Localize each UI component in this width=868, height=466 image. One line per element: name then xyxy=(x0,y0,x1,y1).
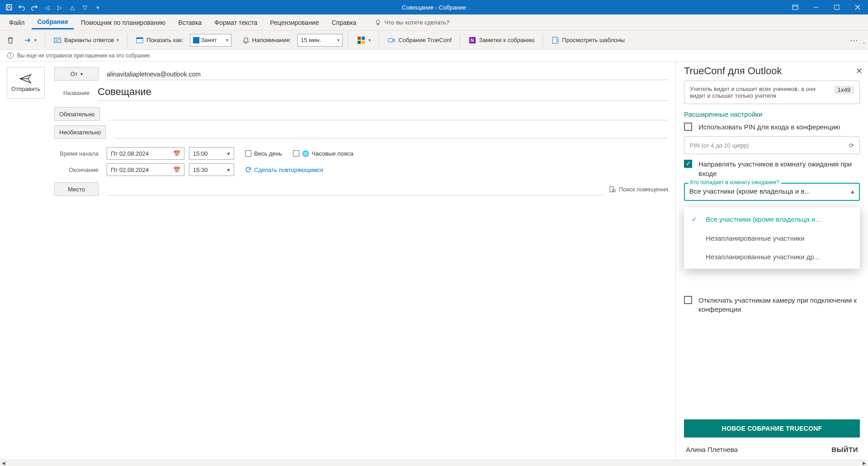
svg-rect-13 xyxy=(137,38,143,39)
advanced-settings-title: Расширенные настройки xyxy=(684,110,860,118)
panel-close-icon[interactable]: ✕ xyxy=(856,66,863,76)
from-field[interactable]: alinavitaliapletneva@outlook.com xyxy=(107,68,668,80)
required-field[interactable] xyxy=(108,108,668,120)
arrow-down-icon[interactable]: ▽ xyxy=(80,2,90,13)
tab-help[interactable]: Справка xyxy=(326,16,362,29)
send-label: Отправить xyxy=(11,86,40,92)
dropdown-option[interactable]: Незапланированные участники xyxy=(684,229,860,247)
from-button[interactable]: От ▾ xyxy=(54,67,99,81)
dropdown-option[interactable]: ✓ Все участники (кроме владельца и... xyxy=(684,210,860,229)
onenote-icon: N xyxy=(468,36,476,44)
calendar-icon: 📅 xyxy=(173,150,180,157)
info-icon: i xyxy=(7,52,14,59)
bulb-icon xyxy=(374,19,382,26)
scroll-left-icon[interactable]: ◀ xyxy=(0,460,7,466)
svg-rect-17 xyxy=(362,41,365,44)
meeting-notes-button[interactable]: N Заметки к собранию xyxy=(466,34,538,46)
horizontal-scrollbar[interactable]: ◀ ▶ xyxy=(0,460,868,466)
trueconf-panel: TrueConf для Outlook ✕ Учитель видит и с… xyxy=(675,62,868,460)
delete-button[interactable] xyxy=(4,34,17,46)
svg-point-9 xyxy=(376,20,380,24)
show-as-combo[interactable]: Занят ▾ xyxy=(190,34,231,47)
svg-rect-2 xyxy=(7,8,11,10)
end-date-picker[interactable]: Пт 02.08.2024📅 xyxy=(107,163,184,176)
svg-rect-10 xyxy=(377,24,379,25)
start-date-picker[interactable]: Пт 02.08.2024📅 xyxy=(107,147,184,160)
maximize-icon[interactable] xyxy=(826,0,847,14)
tab-file[interactable]: Файл xyxy=(4,16,30,29)
mute-camera-checkbox[interactable]: Отключать участникам камеру при подключе… xyxy=(684,296,860,314)
title-field[interactable]: Совещание xyxy=(98,85,668,101)
start-time-picker[interactable]: 15:00▾ xyxy=(189,147,234,160)
room-search-icon xyxy=(609,185,616,193)
ribbon: ▾ Варианты ответов ▾ Показать как: Занят… xyxy=(0,31,868,50)
more-commands-button[interactable]: ⋯ xyxy=(847,33,861,47)
pin-placeholder: PIN (от 4 до 10 цифр) xyxy=(690,142,749,149)
arrow-up-icon[interactable]: △ xyxy=(67,2,78,13)
reply-variants-button[interactable]: Варианты ответов ▾ xyxy=(51,34,122,46)
end-time-picker[interactable]: 15:30▾ xyxy=(189,163,234,176)
mode-description: Учитель видит и слышит всех учеников, а … xyxy=(690,86,830,99)
location-button[interactable]: Место xyxy=(54,182,99,196)
svg-rect-14 xyxy=(358,37,361,40)
qat-customize-icon[interactable]: ▾ xyxy=(92,2,103,13)
logout-button[interactable]: ВЫЙТИ xyxy=(831,446,858,453)
categorize-button[interactable]: ▾ xyxy=(354,34,373,47)
trueconf-meeting-button[interactable]: Собрание TrueConf xyxy=(385,34,454,46)
redo-icon[interactable] xyxy=(29,2,40,13)
tab-format-text[interactable]: Формат текста xyxy=(209,16,263,29)
check-icon: ✓ xyxy=(691,215,699,223)
location-field[interactable] xyxy=(107,183,604,195)
waiting-room-checkbox[interactable]: Направлять участников в комнату ожидания… xyxy=(684,160,860,178)
minimize-icon[interactable] xyxy=(806,0,826,14)
scroll-right-icon[interactable]: ▶ xyxy=(861,460,868,466)
save-icon[interactable] xyxy=(4,2,14,13)
waiting-room-select[interactable]: Кто попадает в комнату ожидания? Все уча… xyxy=(684,183,860,201)
forward-button[interactable]: ▾ xyxy=(21,34,39,46)
reply-variants-label: Варианты ответов xyxy=(64,37,114,43)
timezones-checkbox[interactable]: 🌐Часовые пояса xyxy=(293,150,354,157)
tab-review[interactable]: Рецензирование xyxy=(264,16,324,29)
collapse-ribbon-icon[interactable]: ˄ xyxy=(863,42,865,48)
chevron-down-icon: ▾ xyxy=(227,166,230,173)
show-as-label: Показать как: xyxy=(146,37,183,43)
use-pin-checkbox[interactable]: Использовать PIN для входа в конференцию xyxy=(684,123,860,132)
send-icon xyxy=(19,74,33,84)
pin-input[interactable]: PIN (от 4 до 10 цифр) ⟳ xyxy=(684,136,860,154)
room-finder-button[interactable]: Поиск помещения xyxy=(609,185,668,193)
dropdown-option[interactable]: Незапланированные участники др... xyxy=(684,247,860,266)
make-recurring-link[interactable]: Сделать повторяющимся xyxy=(245,166,323,173)
mode-description-box: Учитель видит и слышит всех учеников, а … xyxy=(684,81,860,104)
tell-me[interactable]: Что вы хотите сделать? xyxy=(374,19,449,26)
required-button[interactable]: Обязательно xyxy=(54,107,100,121)
optional-field[interactable] xyxy=(114,126,668,138)
view-templates-button[interactable]: Просмотреть шаблоны xyxy=(548,34,627,46)
new-trueconf-meeting-button[interactable]: НОВОЕ СОБРАНИЕ TRUECONF xyxy=(684,419,860,437)
optional-button[interactable]: Необязательно xyxy=(54,125,106,139)
svg-text:N: N xyxy=(471,38,474,43)
undo-icon[interactable] xyxy=(16,2,27,13)
calendar-icon xyxy=(136,36,144,44)
tell-me-label: Что вы хотите сделать? xyxy=(384,19,449,26)
arrow-right-icon[interactable]: ▷ xyxy=(54,2,65,13)
bell-icon xyxy=(242,37,250,44)
refresh-icon[interactable]: ⟳ xyxy=(849,142,854,149)
globe-icon: 🌐 xyxy=(302,150,309,157)
ribbon-tabs: Файл Собрание Помощник по планированию В… xyxy=(0,14,868,31)
tab-insert[interactable]: Вставка xyxy=(173,16,207,29)
close-icon[interactable] xyxy=(847,0,868,14)
arrow-left-icon[interactable]: ◁ xyxy=(42,2,52,13)
categories-icon xyxy=(357,36,366,45)
tab-scheduling-assistant[interactable]: Помощник по планированию xyxy=(75,16,171,29)
template-icon xyxy=(551,36,559,44)
chevron-down-icon: ▾ xyxy=(80,71,83,76)
send-button[interactable]: Отправить xyxy=(7,67,45,99)
waiting-room-dropdown: ✓ Все участники (кроме владельца и... Не… xyxy=(684,207,860,269)
reminder-combo[interactable]: 15 мин. ▾ xyxy=(297,34,343,47)
reminder-value: 15 мин. xyxy=(301,37,321,43)
all-day-checkbox[interactable]: Весь день xyxy=(245,150,282,157)
tab-meeting[interactable]: Собрание xyxy=(32,15,74,29)
ribbon-display-icon[interactable] xyxy=(785,0,806,14)
svg-rect-1 xyxy=(7,5,10,6)
video-icon xyxy=(387,36,396,44)
